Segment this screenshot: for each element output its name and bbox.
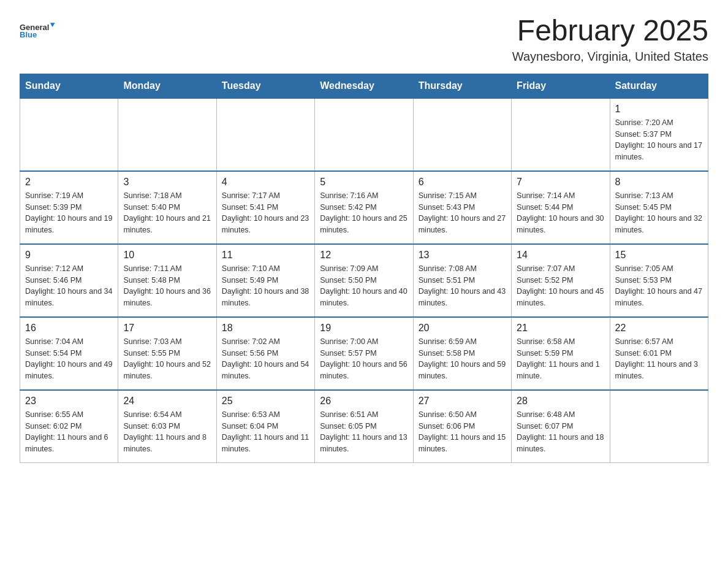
- calendar-cell: [512, 98, 610, 171]
- day-number: 6: [419, 177, 506, 188]
- calendar-cell: 11Sunrise: 7:10 AMSunset: 5:49 PMDayligh…: [216, 244, 314, 317]
- day-number: 12: [320, 250, 408, 261]
- day-info: Sunrise: 6:51 AMSunset: 6:05 PMDaylight:…: [320, 409, 408, 455]
- day-info: Sunrise: 6:59 AMSunset: 5:58 PMDaylight:…: [419, 336, 506, 382]
- page-header: General Blue February 2025 Waynesboro, V…: [20, 15, 708, 64]
- calendar-week-row: 9Sunrise: 7:12 AMSunset: 5:46 PMDaylight…: [20, 244, 708, 317]
- day-of-week-header: Saturday: [610, 74, 708, 98]
- calendar-cell: 12Sunrise: 7:09 AMSunset: 5:50 PMDayligh…: [315, 244, 413, 317]
- calendar-cell: 20Sunrise: 6:59 AMSunset: 5:58 PMDayligh…: [413, 317, 511, 390]
- calendar-cell: 10Sunrise: 7:11 AMSunset: 5:48 PMDayligh…: [118, 244, 216, 317]
- calendar-cell: 18Sunrise: 7:02 AMSunset: 5:56 PMDayligh…: [216, 317, 314, 390]
- month-title: February 2025: [512, 15, 708, 47]
- location: Waynesboro, Virginia, United States: [512, 50, 708, 64]
- day-number: 25: [222, 396, 309, 407]
- day-number: 27: [419, 396, 506, 407]
- day-of-week-header: Thursday: [413, 74, 511, 98]
- calendar-cell: 1Sunrise: 7:20 AMSunset: 5:37 PMDaylight…: [610, 98, 708, 171]
- calendar-cell: 13Sunrise: 7:08 AMSunset: 5:51 PMDayligh…: [413, 244, 511, 317]
- calendar-table: SundayMondayTuesdayWednesdayThursdayFrid…: [20, 74, 708, 463]
- day-info: Sunrise: 7:08 AMSunset: 5:51 PMDaylight:…: [419, 263, 506, 309]
- calendar-cell: 19Sunrise: 7:00 AMSunset: 5:57 PMDayligh…: [315, 317, 413, 390]
- day-number: 22: [615, 323, 703, 334]
- day-info: Sunrise: 7:07 AMSunset: 5:52 PMDaylight:…: [517, 263, 604, 309]
- day-info: Sunrise: 7:14 AMSunset: 5:44 PMDaylight:…: [517, 190, 604, 236]
- day-number: 5: [320, 177, 408, 188]
- day-number: 14: [517, 250, 604, 261]
- day-number: 13: [419, 250, 506, 261]
- calendar-cell: 27Sunrise: 6:50 AMSunset: 6:06 PMDayligh…: [413, 390, 511, 463]
- day-info: Sunrise: 7:12 AMSunset: 5:46 PMDaylight:…: [25, 263, 113, 309]
- calendar-cell: 25Sunrise: 6:53 AMSunset: 6:04 PMDayligh…: [216, 390, 314, 463]
- calendar-cell: 14Sunrise: 7:07 AMSunset: 5:52 PMDayligh…: [512, 244, 610, 317]
- day-info: Sunrise: 6:48 AMSunset: 6:07 PMDaylight:…: [517, 409, 604, 455]
- day-number: 19: [320, 323, 408, 334]
- calendar-cell: 5Sunrise: 7:16 AMSunset: 5:42 PMDaylight…: [315, 171, 413, 244]
- calendar-cell: 28Sunrise: 6:48 AMSunset: 6:07 PMDayligh…: [512, 390, 610, 463]
- calendar-cell: 16Sunrise: 7:04 AMSunset: 5:54 PMDayligh…: [20, 317, 118, 390]
- day-info: Sunrise: 6:50 AMSunset: 6:06 PMDaylight:…: [419, 409, 506, 455]
- day-info: Sunrise: 7:18 AMSunset: 5:40 PMDaylight:…: [123, 190, 211, 236]
- calendar-cell: 24Sunrise: 6:54 AMSunset: 6:03 PMDayligh…: [118, 390, 216, 463]
- day-of-week-header: Monday: [118, 74, 216, 98]
- day-info: Sunrise: 6:55 AMSunset: 6:02 PMDaylight:…: [25, 409, 113, 455]
- calendar-cell: [216, 98, 314, 171]
- day-number: 17: [123, 323, 211, 334]
- day-info: Sunrise: 7:00 AMSunset: 5:57 PMDaylight:…: [320, 336, 408, 382]
- day-number: 20: [419, 323, 506, 334]
- calendar-cell: 9Sunrise: 7:12 AMSunset: 5:46 PMDaylight…: [20, 244, 118, 317]
- svg-text:Blue: Blue: [20, 30, 37, 39]
- day-number: 21: [517, 323, 604, 334]
- day-number: 15: [615, 250, 703, 261]
- calendar-week-row: 1Sunrise: 7:20 AMSunset: 5:37 PMDaylight…: [20, 98, 708, 171]
- day-info: Sunrise: 6:53 AMSunset: 6:04 PMDaylight:…: [222, 409, 309, 455]
- day-info: Sunrise: 7:10 AMSunset: 5:49 PMDaylight:…: [222, 263, 309, 309]
- day-of-week-header: Friday: [512, 74, 610, 98]
- title-block: February 2025 Waynesboro, Virginia, Unit…: [512, 15, 708, 64]
- day-info: Sunrise: 7:04 AMSunset: 5:54 PMDaylight:…: [25, 336, 113, 382]
- calendar-cell: 7Sunrise: 7:14 AMSunset: 5:44 PMDaylight…: [512, 171, 610, 244]
- day-number: 16: [25, 323, 113, 334]
- calendar-cell: 3Sunrise: 7:18 AMSunset: 5:40 PMDaylight…: [118, 171, 216, 244]
- calendar-header-row: SundayMondayTuesdayWednesdayThursdayFrid…: [20, 74, 708, 98]
- day-info: Sunrise: 7:11 AMSunset: 5:48 PMDaylight:…: [123, 263, 211, 309]
- day-info: Sunrise: 7:02 AMSunset: 5:56 PMDaylight:…: [222, 336, 309, 382]
- day-number: 28: [517, 396, 604, 407]
- calendar-cell: 26Sunrise: 6:51 AMSunset: 6:05 PMDayligh…: [315, 390, 413, 463]
- day-number: 10: [123, 250, 211, 261]
- calendar-cell: [315, 98, 413, 171]
- day-info: Sunrise: 6:57 AMSunset: 6:01 PMDaylight:…: [615, 336, 703, 382]
- calendar-cell: 21Sunrise: 6:58 AMSunset: 5:59 PMDayligh…: [512, 317, 610, 390]
- calendar-week-row: 2Sunrise: 7:19 AMSunset: 5:39 PMDaylight…: [20, 171, 708, 244]
- day-info: Sunrise: 7:05 AMSunset: 5:53 PMDaylight:…: [615, 263, 703, 309]
- day-number: 4: [222, 177, 309, 188]
- day-number: 8: [615, 177, 703, 188]
- calendar-cell: 15Sunrise: 7:05 AMSunset: 5:53 PMDayligh…: [610, 244, 708, 317]
- day-number: 2: [25, 177, 113, 188]
- day-number: 26: [320, 396, 408, 407]
- calendar-cell: [20, 98, 118, 171]
- day-number: 23: [25, 396, 113, 407]
- day-info: Sunrise: 7:15 AMSunset: 5:43 PMDaylight:…: [419, 190, 506, 236]
- day-number: 18: [222, 323, 309, 334]
- day-info: Sunrise: 7:16 AMSunset: 5:42 PMDaylight:…: [320, 190, 408, 236]
- calendar-week-row: 16Sunrise: 7:04 AMSunset: 5:54 PMDayligh…: [20, 317, 708, 390]
- calendar-cell: 23Sunrise: 6:55 AMSunset: 6:02 PMDayligh…: [20, 390, 118, 463]
- day-of-week-header: Wednesday: [315, 74, 413, 98]
- day-number: 3: [123, 177, 211, 188]
- calendar-cell: 8Sunrise: 7:13 AMSunset: 5:45 PMDaylight…: [610, 171, 708, 244]
- calendar-cell: [610, 390, 708, 463]
- day-number: 9: [25, 250, 113, 261]
- day-info: Sunrise: 7:17 AMSunset: 5:41 PMDaylight:…: [222, 190, 309, 236]
- calendar-cell: 6Sunrise: 7:15 AMSunset: 5:43 PMDaylight…: [413, 171, 511, 244]
- day-info: Sunrise: 7:09 AMSunset: 5:50 PMDaylight:…: [320, 263, 408, 309]
- day-info: Sunrise: 7:03 AMSunset: 5:55 PMDaylight:…: [123, 336, 211, 382]
- day-of-week-header: Tuesday: [216, 74, 314, 98]
- svg-marker-1: [50, 23, 55, 27]
- day-info: Sunrise: 6:58 AMSunset: 5:59 PMDaylight:…: [517, 336, 604, 382]
- day-number: 24: [123, 396, 211, 407]
- day-info: Sunrise: 7:13 AMSunset: 5:45 PMDaylight:…: [615, 190, 703, 236]
- calendar-cell: [118, 98, 216, 171]
- day-number: 1: [615, 104, 703, 115]
- calendar-cell: 17Sunrise: 7:03 AMSunset: 5:55 PMDayligh…: [118, 317, 216, 390]
